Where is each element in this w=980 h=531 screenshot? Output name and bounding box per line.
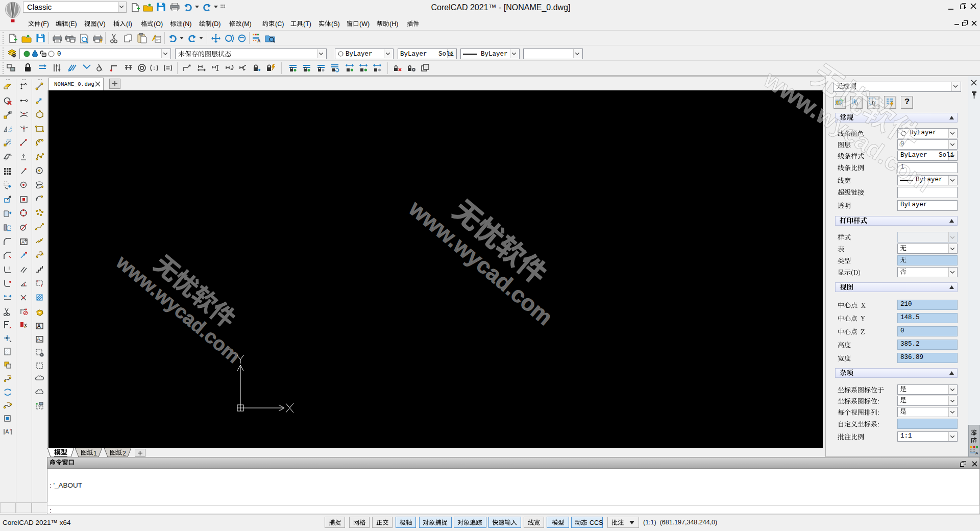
svg-text:A: A <box>975 451 978 455</box>
svg-text:A: A <box>37 336 40 342</box>
svg-text:A: A <box>257 38 261 43</box>
svg-text:A: A <box>37 323 41 329</box>
svg-text:A: A <box>21 239 24 245</box>
svg-text:A: A <box>6 429 9 435</box>
